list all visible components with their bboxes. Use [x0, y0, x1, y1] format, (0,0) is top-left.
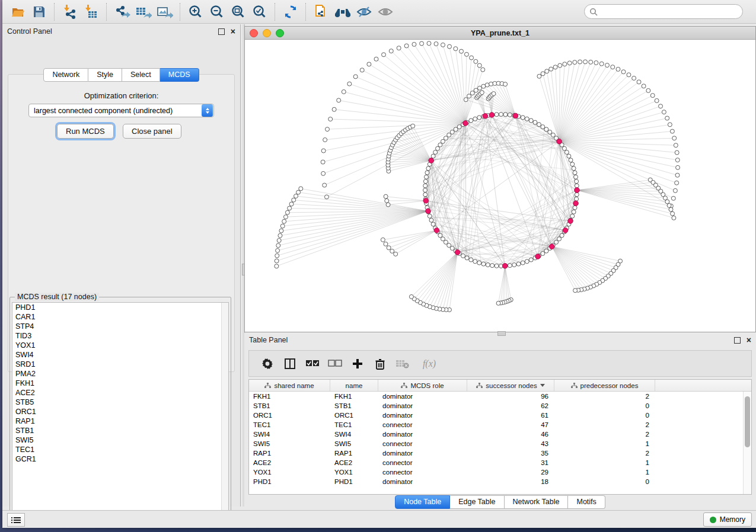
network-node[interactable]: [447, 44, 451, 49]
result-node[interactable]: GCR1: [12, 454, 228, 464]
cell-successor-nodes[interactable]: 61: [467, 411, 554, 420]
network-node[interactable]: [321, 171, 326, 175]
export-network-icon[interactable]: [113, 3, 131, 21]
network-node[interactable]: [594, 60, 598, 65]
result-node[interactable]: ORC1: [12, 407, 228, 416]
network-node[interactable]: [495, 264, 499, 268]
cell-shared-name[interactable]: TEC1: [249, 420, 330, 430]
network-node[interactable]: [516, 262, 521, 266]
network-node[interactable]: [426, 166, 430, 171]
zoom-out-icon[interactable]: [208, 3, 226, 21]
cell-shared-name[interactable]: STB1: [249, 401, 330, 411]
cell-name[interactable]: SWI4: [330, 430, 378, 439]
show-all-eye-icon[interactable]: [377, 3, 394, 21]
network-node[interactable]: [578, 60, 582, 64]
network-node[interactable]: [621, 70, 626, 74]
result-node[interactable]: RAP1: [12, 416, 228, 426]
network-node[interactable]: [574, 175, 578, 179]
network-node[interactable]: [669, 207, 673, 211]
network-node[interactable]: [280, 224, 285, 228]
cell-shared-name[interactable]: RAP1: [249, 448, 330, 458]
close-panel-icon[interactable]: ×: [231, 29, 235, 34]
network-node[interactable]: [562, 146, 566, 150]
network-node[interactable]: [665, 116, 669, 120]
network-node[interactable]: [575, 180, 579, 184]
cell-mcds-role[interactable]: connector: [378, 420, 467, 430]
mcds-hub-node[interactable]: [429, 158, 434, 164]
network-node[interactable]: [551, 133, 555, 137]
cell-name[interactable]: ORC1: [330, 411, 378, 420]
network-node[interactable]: [323, 138, 327, 142]
network-node[interactable]: [575, 193, 579, 197]
result-node[interactable]: SRD1: [12, 360, 228, 369]
network-node[interactable]: [486, 263, 490, 267]
network-node[interactable]: [278, 233, 282, 238]
network-node[interactable]: [480, 91, 484, 95]
hide-selected-eye-icon[interactable]: [355, 3, 373, 21]
network-node[interactable]: [423, 180, 428, 184]
result-node[interactable]: PHD1: [12, 303, 228, 312]
network-node[interactable]: [367, 62, 371, 66]
cell-successor-nodes[interactable]: 62: [467, 401, 554, 411]
network-node[interactable]: [673, 188, 677, 193]
cell-shared-name[interactable]: PHD1: [249, 477, 330, 486]
network-node[interactable]: [548, 130, 552, 134]
table-row[interactable]: PHD1PHD1dominator180: [249, 477, 751, 486]
memory-button[interactable]: Memory: [703, 512, 752, 527]
network-node[interactable]: [444, 240, 448, 244]
column-header-name[interactable]: name: [330, 380, 378, 391]
mcds-result-list[interactable]: PHD1CAR1STP4TID3YOX1SWI4SRD1PMA2FKH1ACE2…: [12, 302, 229, 516]
network-node[interactable]: [650, 94, 655, 98]
network-node[interactable]: [433, 150, 438, 155]
network-node[interactable]: [563, 62, 567, 66]
close-window-icon[interactable]: [250, 29, 258, 37]
network-node[interactable]: [450, 246, 454, 251]
network-canvas[interactable]: [245, 40, 755, 332]
result-scrollbar[interactable]: [221, 303, 228, 515]
cell-predecessor-nodes[interactable]: 0: [554, 477, 655, 486]
result-node[interactable]: STB5: [12, 398, 228, 407]
mcds-hub-node[interactable]: [575, 188, 580, 193]
network-node[interactable]: [674, 143, 678, 148]
close-panel-icon[interactable]: ×: [747, 338, 751, 343]
share-document-icon[interactable]: [312, 3, 330, 21]
network-node[interactable]: [438, 233, 442, 238]
table-row[interactable]: YOX1YOX1connector291: [249, 467, 751, 477]
cell-name[interactable]: RAP1: [330, 448, 378, 458]
cell-mcds-role[interactable]: dominator: [378, 401, 467, 411]
network-node[interactable]: [541, 251, 545, 255]
cell-predecessor-nodes[interactable]: 1: [554, 467, 655, 477]
table-row[interactable]: RAP1RAP1dominator352: [249, 448, 751, 458]
network-node[interactable]: [450, 130, 454, 134]
network-node[interactable]: [492, 92, 496, 96]
mcds-hub-node[interactable]: [502, 264, 508, 269]
network-node[interactable]: [427, 41, 431, 46]
network-node[interactable]: [642, 84, 646, 88]
network-node[interactable]: [394, 252, 398, 256]
network-node[interactable]: [457, 125, 461, 129]
horizontal-splitter-grip[interactable]: [497, 331, 506, 336]
network-node[interactable]: [655, 98, 659, 102]
delete-column-trash-icon[interactable]: [371, 355, 389, 373]
result-node[interactable]: YOX1: [12, 341, 228, 350]
network-node[interactable]: [431, 222, 435, 226]
network-node[interactable]: [429, 218, 433, 222]
network-node[interactable]: [282, 219, 286, 223]
network-node[interactable]: [425, 171, 429, 175]
mcds-hub-node[interactable]: [463, 121, 468, 126]
network-node[interactable]: [447, 243, 451, 248]
cell-predecessor-nodes[interactable]: 0: [554, 411, 655, 420]
network-node[interactable]: [508, 264, 512, 268]
result-node[interactable]: STB1: [12, 426, 228, 435]
network-node[interactable]: [382, 53, 386, 57]
network-node[interactable]: [321, 160, 325, 164]
float-panel-icon[interactable]: [734, 337, 741, 344]
network-node[interactable]: [549, 67, 553, 71]
result-node[interactable]: CAR1: [12, 312, 228, 322]
column-header-predecessor-nodes[interactable]: predecessor nodes: [554, 380, 655, 391]
network-graph[interactable]: [245, 40, 755, 332]
network-node[interactable]: [275, 259, 279, 263]
network-node[interactable]: [672, 136, 677, 140]
network-node[interactable]: [558, 63, 562, 68]
column-header-successor-nodes[interactable]: successor nodes: [467, 380, 554, 391]
